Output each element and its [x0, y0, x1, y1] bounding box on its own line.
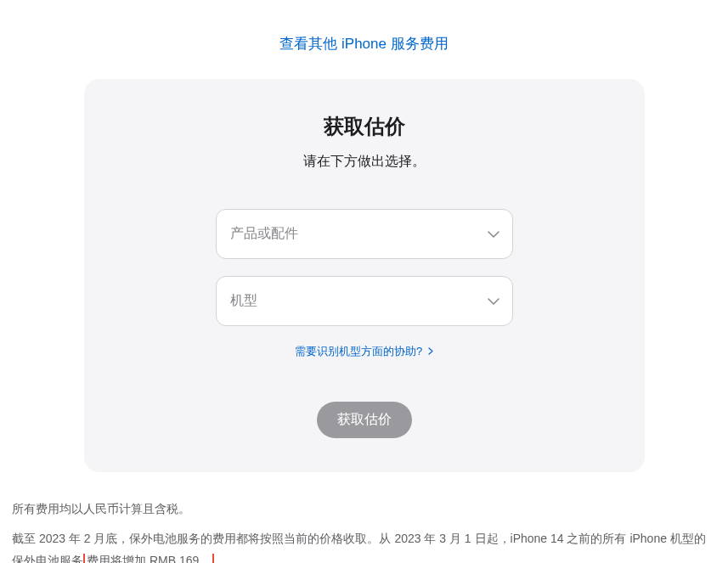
top-link-wrapper: 查看其他 iPhone 服务费用: [8, 0, 720, 79]
other-services-link[interactable]: 查看其他 iPhone 服务费用: [279, 36, 448, 52]
model-select[interactable]: 机型: [216, 276, 513, 326]
product-select-container: 产品或配件: [216, 209, 513, 259]
card-title: 获取估价: [127, 113, 602, 140]
product-select[interactable]: 产品或配件: [216, 209, 513, 259]
footnote-price-increase: 截至 2023 年 2 月底，保外电池服务的费用都将按照当前的价格收取。从 20…: [12, 527, 716, 563]
get-estimate-button[interactable]: 获取估价: [317, 402, 412, 438]
identify-model-help-link[interactable]: 需要识别机型方面的协助?: [295, 344, 433, 359]
model-select-container: 机型: [216, 276, 513, 326]
card-subtitle: 请在下方做出选择。: [127, 153, 602, 171]
estimate-card: 获取估价 请在下方做出选择。 产品或配件 机型 需要识别机型方面的协助? 获取估…: [84, 79, 645, 472]
footnote-currency: 所有费用均以人民币计算且含税。: [12, 498, 716, 521]
help-link-label: 需要识别机型方面的协助?: [295, 345, 422, 358]
footnotes: 所有费用均以人民币计算且含税。 截至 2023 年 2 月底，保外电池服务的费用…: [8, 489, 720, 563]
footnote-highlight: 费用将增加 RMB 169。: [83, 554, 214, 563]
chevron-right-icon: [428, 345, 433, 358]
